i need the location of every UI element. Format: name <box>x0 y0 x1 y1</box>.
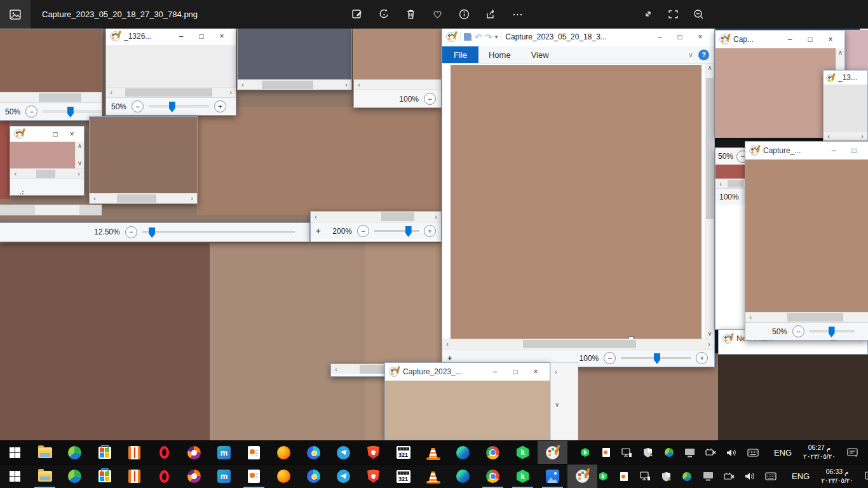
zoom-slider-thumb[interactable] <box>67 107 74 118</box>
zoom-out-icon[interactable] <box>688 4 709 25</box>
scroll-left-icon[interactable]: ‹ <box>824 132 834 140</box>
vscroll-track[interactable] <box>76 151 84 159</box>
vertical-scrollbar[interactable]: ∧ ∨ <box>75 142 84 168</box>
tray-keyboard-icon[interactable] <box>765 471 776 482</box>
close-button[interactable]: × <box>212 28 232 44</box>
vscroll-track[interactable] <box>705 73 714 329</box>
hscroll-track[interactable] <box>756 313 868 322</box>
taskbar-item-opera[interactable] <box>149 464 179 488</box>
hscroll-thumb[interactable] <box>787 313 844 322</box>
hscroll-track[interactable] <box>100 194 187 203</box>
taskbar-item-telegram[interactable] <box>329 464 358 488</box>
taskbar-item-edge[interactable] <box>448 441 478 464</box>
taskbar-item-edge[interactable] <box>448 464 478 488</box>
window-titlebar[interactable]: □× <box>10 126 84 142</box>
window-titlebar[interactable]: Cap... –□× <box>715 30 844 48</box>
tray-kaspersky-tray-icon[interactable]: k <box>580 447 591 458</box>
scroll-right-icon[interactable]: › <box>704 339 714 349</box>
taskbar-item-paint[interactable] <box>567 464 597 488</box>
save-button[interactable] <box>464 33 471 41</box>
image-resize-handle[interactable] <box>628 336 634 339</box>
taskbar-item-mpc-321[interactable]: 321 <box>388 441 418 464</box>
maximize-button[interactable]: □ <box>670 29 690 45</box>
taskbar-item-mpc-321[interactable]: 321 <box>388 464 418 488</box>
zoom-slider-thumb[interactable] <box>405 226 412 237</box>
hscroll-thumb[interactable] <box>39 93 81 102</box>
horizontal-scrollbar[interactable] <box>0 92 102 102</box>
zoom-slider-thumb[interactable] <box>829 327 835 337</box>
scroll-right-icon[interactable]: › <box>187 194 197 203</box>
taskbar-item-thermometer[interactable] <box>119 441 149 464</box>
zoom-slider[interactable] <box>374 230 419 232</box>
tray-network-pc-icon[interactable] <box>639 471 651 482</box>
maximize-button[interactable]: □ <box>505 363 526 380</box>
horizontal-scrollbar[interactable]: ‹ <box>354 79 441 90</box>
hscroll-thumb[interactable] <box>523 340 636 348</box>
taskbar-item-idm[interactable] <box>60 441 90 464</box>
redo-button[interactable]: ↷ <box>485 32 492 42</box>
window-titlebar[interactable]: ↶ ↷ ▾ Capture_2023_05_20_18_3... –□× <box>442 27 714 46</box>
taskbar-item-chrome[interactable] <box>478 464 508 488</box>
zoom-out-button[interactable]: − <box>424 93 436 105</box>
scroll-right-icon[interactable]: › <box>226 88 236 97</box>
resize-icon[interactable] <box>637 4 658 25</box>
tray-network-pc-icon[interactable] <box>621 447 633 458</box>
maximize-button[interactable]: □ <box>191 28 212 44</box>
scroll-left-icon[interactable]: ‹ <box>442 339 452 349</box>
vertical-scrollbar[interactable]: ∧ ∨ <box>705 64 714 339</box>
taskbar-item-vlc[interactable] <box>418 464 448 488</box>
taskbar-item-paint[interactable] <box>538 441 567 464</box>
horizontal-scrollbar[interactable]: ‹ › <box>238 79 351 90</box>
hscroll-track[interactable] <box>20 169 74 179</box>
horizontal-scrollbar[interactable]: ‹ › <box>311 212 441 222</box>
hscroll-track[interactable] <box>834 132 857 140</box>
language-indicator[interactable]: ENG <box>785 471 816 481</box>
hscroll-track[interactable] <box>0 93 102 102</box>
tray-keyboard-icon[interactable] <box>747 447 759 458</box>
scroll-left-icon[interactable]: ‹ <box>354 80 364 90</box>
taskbar-item-microsoft-store[interactable] <box>90 441 119 464</box>
minimize-button[interactable]: – <box>485 363 505 380</box>
scroll-right-icon[interactable]: › <box>857 132 867 140</box>
qat-dropdown-icon[interactable]: ▾ <box>495 34 498 40</box>
taskbar-item-brave[interactable] <box>358 464 388 488</box>
hscroll-thumb[interactable] <box>36 170 55 178</box>
hscroll-track[interactable] <box>248 80 341 90</box>
resize-grip[interactable] <box>18 189 24 195</box>
close-button[interactable]: × <box>64 126 80 142</box>
window-titlebar[interactable]: _1326... –□× <box>106 27 236 45</box>
tray-kaspersky-tray-icon[interactable]: k <box>597 471 609 482</box>
taskbar-item-opera[interactable] <box>149 441 179 464</box>
minimize-button[interactable]: – <box>171 28 191 44</box>
notification-center-icon[interactable] <box>858 471 868 481</box>
zoom-out-button[interactable]: − <box>604 352 616 364</box>
scroll-left-icon[interactable]: ‹ <box>331 365 341 374</box>
close-button[interactable]: × <box>526 363 546 380</box>
scroll-right-icon[interactable]: › <box>431 212 441 222</box>
zoom-in-button[interactable]: + <box>696 352 708 364</box>
tab-home[interactable]: Home <box>478 46 521 63</box>
zoom-slider[interactable] <box>810 330 854 332</box>
tray-defender-shield-icon[interactable] <box>660 471 672 482</box>
taskbar-item-kaspersky[interactable]: k <box>508 441 538 464</box>
scroll-left-icon[interactable]: ‹ <box>238 80 248 90</box>
zoom-slider[interactable] <box>43 111 102 112</box>
scroll-up-icon[interactable]: ∧ <box>705 64 714 73</box>
help-icon[interactable]: ? <box>698 50 709 60</box>
more-icon[interactable] <box>506 4 528 25</box>
maximize-button[interactable]: □ <box>47 126 64 142</box>
fit-screen-icon[interactable] <box>662 4 684 25</box>
taskbar-item-firefox[interactable] <box>269 464 299 488</box>
zoom-in-button[interactable]: + <box>214 100 226 112</box>
taskbar-item-file-explorer[interactable] <box>30 464 60 488</box>
tray-power-off-icon[interactable] <box>705 447 717 458</box>
scroll-left-icon[interactable]: ‹ <box>90 194 100 203</box>
favorite-heart-icon[interactable] <box>426 4 448 25</box>
zoom-slider-thumb[interactable] <box>654 353 660 364</box>
scroll-left-icon[interactable]: ‹ <box>10 169 20 179</box>
minimize-button[interactable]: – <box>649 29 670 45</box>
vscroll-thumb[interactable] <box>706 78 714 219</box>
hscroll-thumb[interactable] <box>262 81 313 89</box>
tray-display-icon[interactable] <box>684 447 696 458</box>
zoom-out-button[interactable]: − <box>125 226 137 238</box>
